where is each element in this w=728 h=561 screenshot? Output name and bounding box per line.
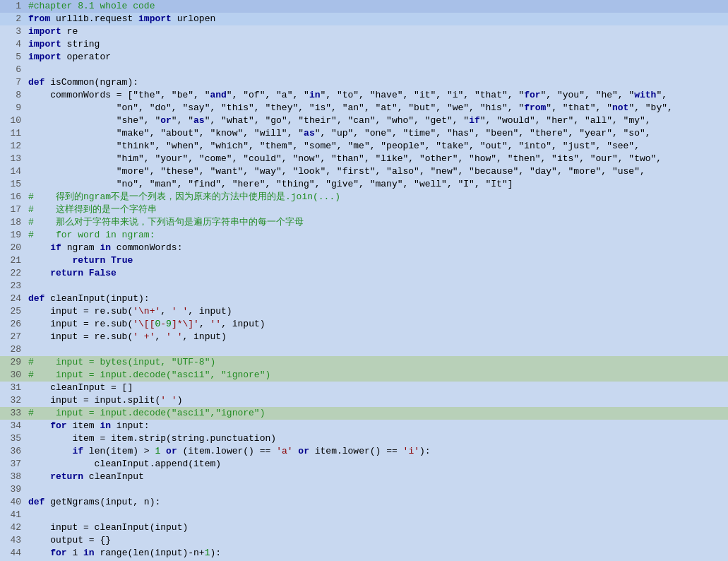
line-code: if len(item) > 1 or (item.lower() == 'a'…	[25, 445, 728, 458]
table-row: 28	[0, 343, 728, 356]
line-code: def getNgrams(input, n):	[25, 496, 728, 509]
table-row: 15 "no", "man", "find", "here", "thing",…	[0, 178, 728, 191]
line-code: input = input.split(' ')	[25, 394, 728, 407]
code-editor: 1#chapter 8.1 whole code2from urllib.req…	[0, 0, 728, 561]
line-number: 24	[0, 293, 25, 305]
line-code	[25, 483, 728, 496]
line-code: import operator	[25, 51, 728, 64]
line-number: 16	[0, 191, 25, 203]
line-code: return True	[25, 254, 728, 267]
table-row: 30# input = input.decode("ascii", "ignor…	[0, 369, 728, 382]
line-number: 22	[0, 267, 25, 280]
line-number: 33	[0, 407, 25, 420]
line-code: # 这样得到的是一个字符串	[25, 203, 728, 216]
table-row: 24def cleanInput(input):	[0, 293, 728, 305]
line-number: 30	[0, 369, 25, 382]
line-number: 43	[0, 534, 25, 547]
table-row: 44 for i in range(len(input)-n+1):	[0, 547, 728, 560]
table-row: 27 input = re.sub(' +', ' ', input)	[0, 331, 728, 343]
table-row: 21 return True	[0, 254, 728, 267]
table-row: 6	[0, 64, 728, 76]
line-code: # 得到的ngram不是一个列表，因为原来的方法中使用的是.join(...)	[25, 191, 728, 203]
line-number: 15	[0, 178, 25, 191]
line-code: # 那么对于字符串来说，下列语句是遍历字符串中的每一个字母	[25, 216, 728, 229]
table-row: 23	[0, 280, 728, 293]
line-code: "she", "or", "as", "what", "go", "their"…	[25, 114, 728, 127]
line-number: 5	[0, 51, 25, 64]
table-row: 7def isCommon(ngram):	[0, 76, 728, 89]
line-number: 9	[0, 102, 25, 114]
line-code: import string	[25, 38, 728, 51]
line-number: 26	[0, 318, 25, 331]
line-number: 17	[0, 203, 25, 216]
line-code	[25, 343, 728, 356]
table-row: 43 output = {}	[0, 534, 728, 547]
line-code: def cleanInput(input):	[25, 293, 728, 305]
table-row: 2from urllib.request import urlopen	[0, 13, 728, 25]
line-number: 32	[0, 394, 25, 407]
line-number: 34	[0, 420, 25, 432]
table-row: 34 for item in input:	[0, 420, 728, 432]
table-row: 26 input = re.sub('\[[0-9]*\]', '', inpu…	[0, 318, 728, 331]
line-code: input = cleanInput(input)	[25, 521, 728, 534]
table-row: 25 input = re.sub('\n+', ' ', input)	[0, 305, 728, 318]
line-number: 7	[0, 76, 25, 89]
line-code: commonWords = ["the", "be", "and", "of",…	[25, 89, 728, 102]
line-code: "more", "these", "want", "way", "look", …	[25, 165, 728, 178]
line-code: return cleanInput	[25, 471, 728, 483]
line-number: 14	[0, 165, 25, 178]
line-number: 3	[0, 25, 25, 38]
line-code: for i in range(len(input)-n+1):	[25, 547, 728, 560]
line-number: 39	[0, 483, 25, 496]
table-row: 5import operator	[0, 51, 728, 64]
table-row: 10 "she", "or", "as", "what", "go", "the…	[0, 114, 728, 127]
line-number: 25	[0, 305, 25, 318]
table-row: 41	[0, 509, 728, 521]
table-row: 31 cleanInput = []	[0, 382, 728, 394]
line-number: 27	[0, 331, 25, 343]
table-row: 4import string	[0, 38, 728, 51]
table-row: 29# input = bytes(input, "UTF-8")	[0, 356, 728, 369]
line-code: "on", "do", "say", "this", "they", "is",…	[25, 102, 728, 114]
line-number: 29	[0, 356, 25, 369]
table-row: 12 "think", "when", "which", "them", "so…	[0, 140, 728, 153]
table-row: 42 input = cleanInput(input)	[0, 521, 728, 534]
line-code: if ngram in commonWords:	[25, 242, 728, 254]
code-table: 1#chapter 8.1 whole code2from urllib.req…	[0, 0, 728, 561]
line-number: 36	[0, 445, 25, 458]
table-row: 13 "him", "your", "come", "could", "now"…	[0, 153, 728, 165]
table-row: 20 if ngram in commonWords:	[0, 242, 728, 254]
line-code: input = re.sub(' +', ' ', input)	[25, 331, 728, 343]
line-code: input = re.sub('\n+', ' ', input)	[25, 305, 728, 318]
line-number: 13	[0, 153, 25, 165]
line-code: "no", "man", "find", "here", "thing", "g…	[25, 178, 728, 191]
line-code: cleanInput.append(item)	[25, 458, 728, 471]
table-row: 39	[0, 483, 728, 496]
table-row: 32 input = input.split(' ')	[0, 394, 728, 407]
line-code: # for word in ngram:	[25, 229, 728, 242]
table-row: 33# input = input.decode("ascii","ignore…	[0, 407, 728, 420]
line-number: 12	[0, 140, 25, 153]
line-number: 1	[0, 0, 25, 13]
table-row: 8 commonWords = ["the", "be", "and", "of…	[0, 89, 728, 102]
table-row: 22 return False	[0, 267, 728, 280]
line-code: "think", "when", "which", "them", "some"…	[25, 140, 728, 153]
line-number: 31	[0, 382, 25, 394]
line-number: 21	[0, 254, 25, 267]
line-code: input = re.sub('\[[0-9]*\]', '', input)	[25, 318, 728, 331]
line-code: for item in input:	[25, 420, 728, 432]
line-number: 37	[0, 458, 25, 471]
line-number: 38	[0, 471, 25, 483]
line-code: def isCommon(ngram):	[25, 76, 728, 89]
line-code: "make", "about", "know", "will", "as", "…	[25, 127, 728, 140]
line-code: "him", "your", "come", "could", "now", "…	[25, 153, 728, 165]
line-code: # input = bytes(input, "UTF-8")	[25, 356, 728, 369]
table-row: 38 return cleanInput	[0, 471, 728, 483]
table-row: 17# 这样得到的是一个字符串	[0, 203, 728, 216]
line-number: 20	[0, 242, 25, 254]
line-code	[25, 280, 728, 293]
line-number: 18	[0, 216, 25, 229]
table-row: 35 item = item.strip(string.punctuation)	[0, 432, 728, 445]
line-number: 42	[0, 521, 25, 534]
line-code: cleanInput = []	[25, 382, 728, 394]
